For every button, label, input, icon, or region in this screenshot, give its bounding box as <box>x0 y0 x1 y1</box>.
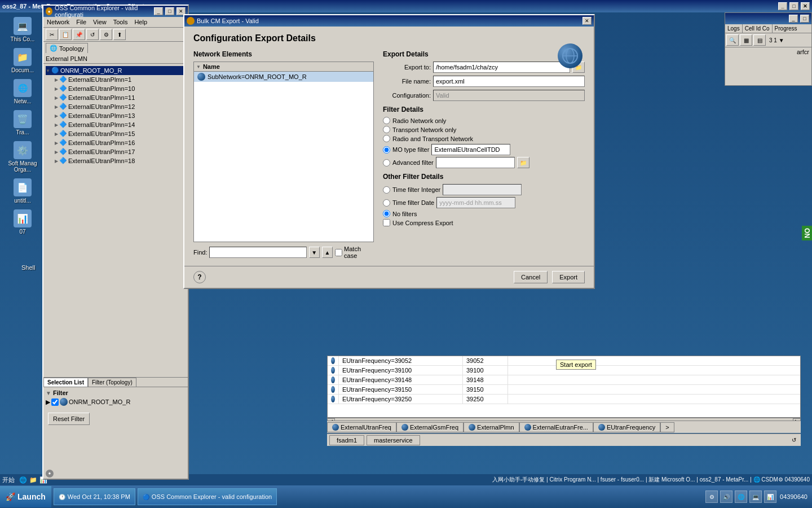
tab-eutran-frequency[interactable]: EUtranFrequency <box>593 422 660 432</box>
tab-filter-topology[interactable]: Filter (Topology) <box>88 378 136 387</box>
radio-time-integer[interactable] <box>383 186 390 194</box>
tool-copy[interactable]: 📋 <box>59 29 72 40</box>
tool-cut[interactable]: ✂ <box>46 29 58 40</box>
right-minimize[interactable]: _ <box>789 15 798 23</box>
minimize-btn[interactable]: _ <box>778 2 787 10</box>
desktop-icon-trash[interactable]: 🗑️ Tra... <box>6 110 39 135</box>
taskbar-task-clock[interactable]: 🕐 Wed Oct 21, 10:38 PM <box>54 488 135 505</box>
desktop-icon-untitled[interactable]: 📄 untitl... <box>6 178 39 204</box>
list-tool[interactable]: ▤ <box>753 34 766 46</box>
menu-network[interactable]: Network <box>46 18 70 26</box>
find-input[interactable] <box>209 247 306 258</box>
export-to-input[interactable] <box>433 62 570 73</box>
file-name-input[interactable] <box>433 76 585 87</box>
tool-paste[interactable]: 📌 <box>73 29 85 40</box>
tool-export[interactable]: ⬆ <box>113 29 126 40</box>
cancel-button[interactable]: Cancel <box>514 271 548 283</box>
topology-tab[interactable]: 🌐 Topology <box>46 43 88 53</box>
tree-node-root[interactable]: ▼ 🔵 ONRM_ROOT_MO_R <box>46 66 186 75</box>
radio-no-filters[interactable] <box>383 210 390 217</box>
menu-tools[interactable]: Tools <box>112 18 129 26</box>
tree-node-4[interactable]: ▶ 🔷 ExternalEUtranPlmn=12 <box>46 102 186 111</box>
refresh-icon[interactable]: ↺ <box>789 436 798 445</box>
tree-node-3[interactable]: ▶ 🔷 ExternalEUtranPlmn=11 <box>46 93 186 102</box>
tray-icon-4[interactable]: 💻 <box>749 491 762 503</box>
ne-row-0[interactable]: SubNetwork=ONRM_ROOT_MO_R <box>194 72 373 82</box>
time-date-input[interactable] <box>436 197 515 208</box>
menu-view[interactable]: View <box>92 18 108 26</box>
start-button[interactable]: 🚀 Launch <box>0 486 51 507</box>
tree-node-8[interactable]: ▶ 🔷 ExternalEUtranPlmn=16 <box>46 138 186 147</box>
tray-icon-3[interactable]: 🌐 <box>735 491 747 503</box>
find-prev-btn[interactable]: ▼ <box>309 247 320 258</box>
radio-network-only[interactable] <box>383 117 390 124</box>
tree-node-2[interactable]: ▶ 🔷 ExternalEUtranPlmn=10 <box>46 84 186 93</box>
tree-node-10[interactable]: ▶ 🔷 ExternalEUtranPlmn=18 <box>46 156 186 165</box>
tree-node-1[interactable]: ▶ 🔷 ExternalEUtranPlmn=1 <box>46 75 186 84</box>
logs-tab[interactable]: Logs <box>725 24 743 33</box>
match-case-checkbox[interactable] <box>335 249 342 256</box>
tray-icon-5[interactable]: 📊 <box>764 491 776 503</box>
mo-type-input[interactable] <box>431 144 510 155</box>
chinese-start[interactable]: 开始 <box>2 476 15 484</box>
tree-node-5[interactable]: ▶ 🔷 ExternalEUtranPlmn=13 <box>46 111 186 120</box>
radio-advanced[interactable] <box>383 159 390 167</box>
grid-tool[interactable]: ▦ <box>740 34 752 46</box>
time-integer-label: Time filter Integer <box>392 186 440 193</box>
cn-icon-1[interactable]: 🌐 <box>19 476 27 484</box>
find-next-btn[interactable]: ▲ <box>322 247 333 258</box>
tray-icon-2[interactable]: 🔊 <box>720 491 732 503</box>
tab-more[interactable]: > <box>660 422 674 432</box>
tab-selection-list[interactable]: Selection List <box>43 378 88 387</box>
reset-filter-button[interactable]: Reset Filter <box>48 413 90 425</box>
radio-transport-only[interactable] <box>383 126 390 133</box>
tab-external-gsm[interactable]: ExternalGsmFreq <box>396 422 464 432</box>
tool-settings[interactable]: ⚙ <box>100 29 112 40</box>
cn-icon-2[interactable]: 📁 <box>29 476 37 484</box>
help-button[interactable]: ? <box>193 271 206 283</box>
tree-node-7[interactable]: ▶ 🔷 ExternalEUtranPlmn=15 <box>46 129 186 138</box>
cell-id-tab[interactable]: Cell Id Co <box>743 24 773 33</box>
tree-node-9[interactable]: ▶ 🔷 ExternalEUtranPlmn=17 <box>46 147 186 156</box>
export-button[interactable]: Export <box>552 271 585 283</box>
radio-both-networks[interactable] <box>383 135 390 142</box>
desktop-icon-07[interactable]: 📊 07 <box>6 209 39 235</box>
desktop-icon-network[interactable]: 🌐 Netw... <box>6 79 39 104</box>
tray-icon-1[interactable]: ⚙ <box>705 491 718 503</box>
oss-minimize-btn[interactable]: _ <box>154 7 163 15</box>
search-tool[interactable]: 🔍 <box>726 34 739 46</box>
menu-file[interactable]: File <box>75 18 87 26</box>
close-btn[interactable]: ✕ <box>801 2 810 10</box>
radio-time-date[interactable] <box>383 199 390 207</box>
taskbar: 🚀 Launch 🕐 Wed Oct 21, 10:38 PM 🔵 OSS Co… <box>0 485 812 508</box>
table-row-3[interactable]: EUtranFrequency=39150 39150 <box>328 385 800 395</box>
tab-external-eutran[interactable]: ExternalEutranFre... <box>519 422 593 432</box>
session-tab-0[interactable]: fsadm1 <box>329 435 364 445</box>
filter-node[interactable]: ▶ ONRM_ROOT_MO_R <box>46 398 186 406</box>
radio-mo-type[interactable] <box>383 146 390 154</box>
table-row-4[interactable]: EUtranFrequency=39250 39250 <box>328 395 800 404</box>
node-6-label: ExternalEUtranPlmn=14 <box>68 121 135 128</box>
maximize-btn[interactable]: □ <box>789 2 798 10</box>
dialog-close-btn[interactable]: ✕ <box>582 17 592 25</box>
advanced-filter-input[interactable] <box>436 157 515 168</box>
desktop-icon-documents[interactable]: 📁 Docum... <box>6 48 39 73</box>
tool-refresh[interactable]: ↺ <box>86 29 99 40</box>
right-maximize[interactable]: □ <box>800 15 809 23</box>
tree-node-6[interactable]: ▶ 🔷 ExternalEUtranPlmn=14 <box>46 120 186 129</box>
table-row-2[interactable]: EUtranFrequency=39148 39148 <box>328 375 800 385</box>
time-integer-input[interactable] <box>443 184 522 195</box>
filter-node-checkbox[interactable] <box>51 398 59 406</box>
desktop-icon-software[interactable]: ⚙️ Soft Manag Orga... <box>6 141 39 173</box>
desktop-icon-computer[interactable]: 💻 This Co... <box>6 17 39 42</box>
tab-external-plmn[interactable]: ExternalPlmn <box>464 422 519 432</box>
progress-tab[interactable]: Progress <box>773 24 800 33</box>
taskbar-task-oss[interactable]: 🔵 OSS Common Explorer - valid configurat… <box>138 488 277 505</box>
session-tab-1[interactable]: masterservice <box>367 435 420 445</box>
tab-external-utran[interactable]: ExternalUtranFreq <box>327 422 396 432</box>
menu-help[interactable]: Help <box>133 18 148 26</box>
oss-maximize-btn[interactable]: □ <box>165 7 174 15</box>
advanced-filter-browse[interactable]: 📁 <box>517 157 529 168</box>
radio-transport-only-label: Transport Network only <box>392 126 456 133</box>
compress-checkbox[interactable] <box>383 219 390 226</box>
